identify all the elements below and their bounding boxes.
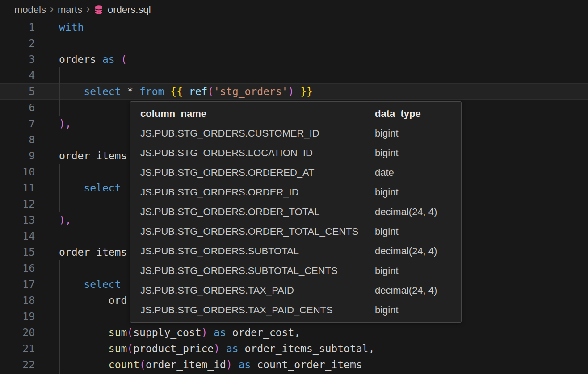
breadcrumb: models › marts › orders.sql xyxy=(0,0,588,19)
popup-row: JS.PUB.STG_ORDERS.ORDER_TOTALdecimal(24,… xyxy=(130,202,461,222)
line-number: 15 xyxy=(0,244,35,260)
column-name-cell: JS.PUB.STG_ORDERS.ORDER_TOTAL xyxy=(140,202,375,222)
code-text: order_items xyxy=(59,148,127,164)
code-line[interactable]: 22 count(order_item_id) as count_order_i… xyxy=(0,357,588,373)
data-type-cell: bigint xyxy=(375,222,451,241)
chevron-separator-icon: › xyxy=(86,3,90,15)
code-line[interactable]: 21 sum(product_price) as order_items_sub… xyxy=(0,341,588,357)
column-name-cell: JS.PUB.STG_ORDERS.TAX_PAID xyxy=(140,281,375,300)
code-text: sum(product_price) as order_items_subtot… xyxy=(59,341,374,357)
popup-row: JS.PUB.STG_ORDERS.ORDER_IDbigint xyxy=(130,183,461,202)
column-name-cell: JS.PUB.STG_ORDERS.LOCATION_ID xyxy=(140,143,375,163)
code-text: sum(supply_cost) as order_cost, xyxy=(59,324,300,341)
popup-row: JS.PUB.STG_ORDERS.ORDERED_ATdate xyxy=(130,163,461,183)
column-name-cell: JS.PUB.STG_ORDERS.TAX_PAID_CENTS xyxy=(140,300,375,320)
popup-row: JS.PUB.STG_ORDERS.LOCATION_IDbigint xyxy=(130,143,461,163)
hover-popup: column_name data_type JS.PUB.STG_ORDERS.… xyxy=(130,101,462,323)
data-type-cell: decimal(24, 4) xyxy=(375,241,451,261)
line-number: 12 xyxy=(0,196,35,212)
code-text: with xyxy=(59,19,84,35)
code-line[interactable]: 1with xyxy=(0,19,588,35)
line-number: 19 xyxy=(0,308,35,324)
line-number: 1 xyxy=(0,19,35,35)
popup-row: JS.PUB.STG_ORDERS.SUBTOTALdecimal(24, 4) xyxy=(130,241,461,261)
line-number: 20 xyxy=(0,324,35,341)
breadcrumb-item-marts[interactable]: marts xyxy=(58,4,82,16)
line-number: 5 xyxy=(0,83,35,100)
line-number: 8 xyxy=(0,132,35,148)
line-number: 21 xyxy=(0,341,35,357)
code-line[interactable]: 5 select * from {{ ref('stg_orders') }} xyxy=(0,83,588,100)
code-text: order_items xyxy=(59,244,127,260)
data-type-cell: decimal(24, 4) xyxy=(375,202,451,222)
line-number: 16 xyxy=(0,260,35,276)
popup-row: JS.PUB.STG_ORDERS.TAX_PAID_CENTSbigint xyxy=(130,300,461,320)
code-text: select * from {{ ref('stg_orders') }} xyxy=(59,83,313,100)
data-type-cell: decimal(24, 4) xyxy=(375,281,451,300)
code-text: orders as ( xyxy=(59,51,127,67)
column-name-cell: JS.PUB.STG_ORDERS.ORDER_TOTAL_CENTS xyxy=(140,222,375,241)
code-line[interactable]: 3orders as ( xyxy=(0,51,588,67)
popup-row: JS.PUB.STG_ORDERS.TAX_PAIDdecimal(24, 4) xyxy=(130,281,461,300)
column-name-cell: JS.PUB.STG_ORDERS.ORDERED_AT xyxy=(140,163,375,183)
breadcrumb-item-models[interactable]: models xyxy=(14,4,46,16)
line-number: 17 xyxy=(0,276,35,292)
code-line[interactable]: 20 sum(supply_cost) as order_cost, xyxy=(0,324,588,341)
popup-row: JS.PUB.STG_ORDERS.ORDER_TOTAL_CENTSbigin… xyxy=(130,222,461,241)
code-line[interactable]: 4 xyxy=(0,67,588,83)
column-name-cell: JS.PUB.STG_ORDERS.SUBTOTAL_CENTS xyxy=(140,261,375,281)
line-number: 13 xyxy=(0,212,35,228)
code-line[interactable]: 2 xyxy=(0,35,588,51)
line-number: 3 xyxy=(0,51,35,67)
code-text: select xyxy=(59,276,121,292)
line-number: 11 xyxy=(0,180,35,196)
popup-rows: JS.PUB.STG_ORDERS.CUSTOMER_IDbigintJS.PU… xyxy=(130,124,461,320)
data-type-cell: bigint xyxy=(375,124,451,143)
data-type-cell: bigint xyxy=(375,261,451,281)
line-number: 2 xyxy=(0,35,35,51)
data-type-cell: bigint xyxy=(375,300,451,320)
popup-header-column-name: column_name xyxy=(140,104,375,124)
popup-header-data-type: data_type xyxy=(375,104,451,124)
line-number: 14 xyxy=(0,228,35,244)
column-name-cell: JS.PUB.STG_ORDERS.ORDER_ID xyxy=(140,183,375,202)
column-name-cell: JS.PUB.STG_ORDERS.CUSTOMER_ID xyxy=(140,124,375,143)
data-type-cell: date xyxy=(375,163,451,183)
popup-row: JS.PUB.STG_ORDERS.CUSTOMER_IDbigint xyxy=(130,124,461,143)
data-type-cell: bigint xyxy=(375,183,451,202)
popup-row: JS.PUB.STG_ORDERS.SUBTOTAL_CENTSbigint xyxy=(130,261,461,281)
line-number: 9 xyxy=(0,148,35,164)
code-text: ), xyxy=(59,116,71,132)
line-number: 6 xyxy=(0,100,35,116)
line-number: 10 xyxy=(0,164,35,180)
database-icon xyxy=(93,4,104,15)
chevron-separator-icon: › xyxy=(50,3,54,15)
breadcrumb-item-file[interactable]: orders.sql xyxy=(108,4,151,16)
line-number: 4 xyxy=(0,67,35,83)
line-number: 18 xyxy=(0,292,35,308)
code-text: count(order_item_id) as count_order_item… xyxy=(59,357,362,373)
column-name-cell: JS.PUB.STG_ORDERS.SUBTOTAL xyxy=(140,241,375,261)
code-text: select xyxy=(59,180,121,196)
popup-header-row: column_name data_type xyxy=(130,104,461,124)
data-type-cell: bigint xyxy=(375,143,451,163)
code-text: ord xyxy=(59,292,127,308)
line-number: 7 xyxy=(0,116,35,132)
code-text: ), xyxy=(59,212,71,228)
line-number: 22 xyxy=(0,357,35,373)
